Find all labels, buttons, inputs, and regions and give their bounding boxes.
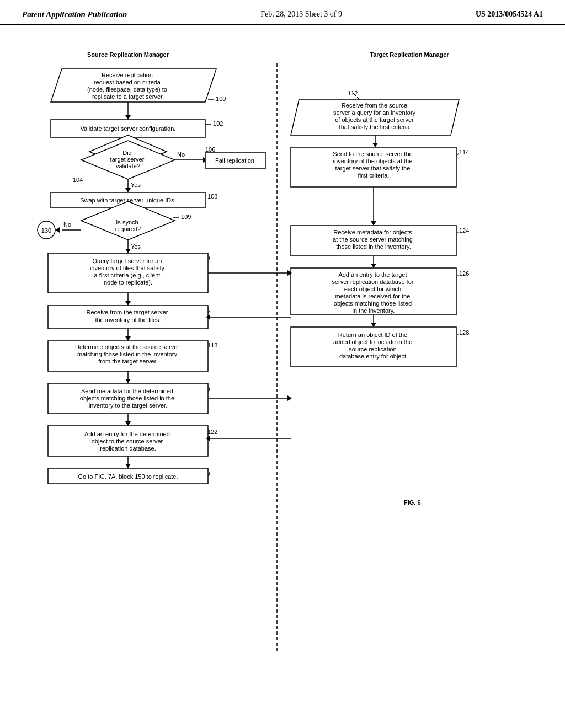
arrow-100-102-head bbox=[125, 115, 131, 120]
node-128-id: 128 bbox=[459, 329, 469, 336]
header-right: US 2013/0054524 A1 bbox=[476, 10, 543, 19]
node-130-text: Go to FIG. 7A, block 150 to replicate. bbox=[78, 473, 178, 480]
node-126-id: 126 bbox=[459, 270, 469, 277]
node-104-id: 104 bbox=[73, 176, 83, 183]
node-102-text: Validate target server configuration. bbox=[81, 125, 176, 132]
yes-label1: Yes bbox=[131, 181, 141, 188]
node-112-text: Receive from the source server a query f… bbox=[333, 102, 417, 130]
yes-label2: Yes bbox=[131, 243, 141, 250]
arrow-114-124-head bbox=[371, 221, 376, 226]
node-114-id: 114 bbox=[459, 149, 469, 156]
node-112-id: 112 bbox=[348, 90, 358, 97]
title-source: Source Replication Manager bbox=[87, 51, 169, 58]
header-left: Patent Application Publication bbox=[22, 10, 127, 19]
no-label1: No bbox=[177, 151, 185, 158]
node-120-text: Send metadata for the determined objects… bbox=[80, 388, 176, 409]
node-124-id: 124 bbox=[459, 227, 469, 234]
arrow-yes2-head bbox=[125, 249, 131, 253]
header-center: Feb. 28, 2013 Sheet 3 of 9 bbox=[260, 10, 342, 19]
node-109-id: — 109 bbox=[173, 213, 191, 220]
arrow-118-120-head bbox=[125, 379, 131, 383]
node-130b-id: 130 bbox=[41, 227, 51, 234]
flowchart-svg: Source Replication Manager Target Replic… bbox=[17, 36, 548, 687]
node-102-id: — 102 bbox=[205, 120, 223, 127]
node-106-text: Fail replication. bbox=[215, 157, 256, 164]
node-109-text: Is synch required? bbox=[115, 219, 141, 232]
fig-label: FIG. 6 bbox=[404, 499, 421, 506]
arrow-116-118-head bbox=[125, 336, 131, 341]
node-124-text: Receive metadata for objects at the sour… bbox=[333, 229, 414, 250]
arrow-yes1-head bbox=[125, 188, 131, 192]
arrow-124-126-head bbox=[371, 264, 376, 268]
page-header: Patent Application Publication Feb. 28, … bbox=[0, 0, 565, 25]
arrow-120-to-124-head bbox=[287, 395, 292, 401]
node-106-id: 106 bbox=[205, 146, 215, 153]
arrow-no2-head bbox=[55, 227, 60, 233]
no-label2: No bbox=[63, 221, 71, 228]
arrow-126-128-head bbox=[371, 323, 376, 327]
diagram-area: Source Replication Manager Target Replic… bbox=[0, 25, 565, 700]
arrow-120-122-head bbox=[125, 421, 131, 426]
arrow-110-116-head bbox=[125, 301, 131, 306]
arrow-112-114-head bbox=[372, 143, 378, 147]
title-target: Target Replication Manager bbox=[370, 51, 449, 58]
node-100-id: — 100 bbox=[208, 95, 226, 102]
arrow-122-130-head bbox=[125, 464, 131, 468]
